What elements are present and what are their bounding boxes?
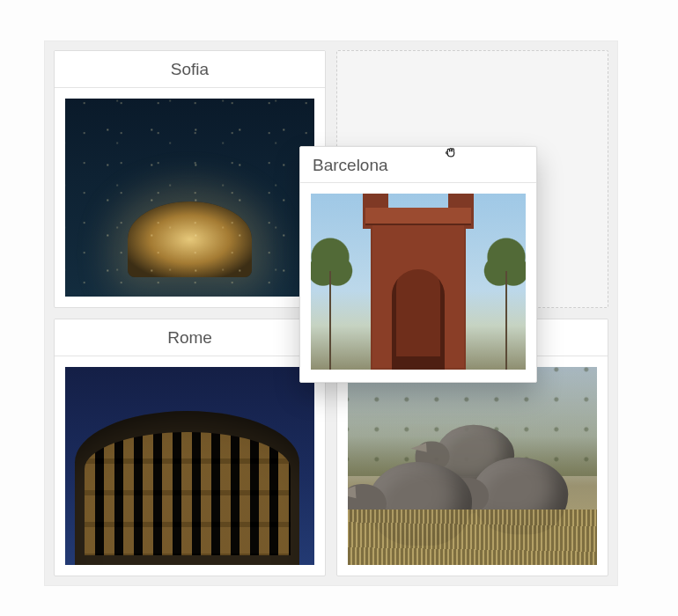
grid-slot-rome[interactable]: Rome xyxy=(54,319,326,576)
card-title: Sofia xyxy=(55,51,325,88)
card-title: Barcelona xyxy=(300,147,536,183)
sofia-thumbnail xyxy=(65,99,314,297)
card-image xyxy=(65,99,314,297)
card-image xyxy=(348,367,597,565)
dragging-card-barcelona[interactable]: Barcelona xyxy=(299,146,537,383)
grid-slot-sofia[interactable]: Sofia xyxy=(54,50,326,308)
drag-demo-stage: Sofia Rome xyxy=(0,0,678,616)
card-body xyxy=(300,183,536,382)
barcelona-thumbnail xyxy=(311,194,526,370)
safari-thumbnail xyxy=(348,367,597,565)
card-image xyxy=(311,194,526,370)
card-title: Rome xyxy=(55,319,325,356)
rome-thumbnail xyxy=(65,367,314,565)
card-image xyxy=(65,367,314,565)
